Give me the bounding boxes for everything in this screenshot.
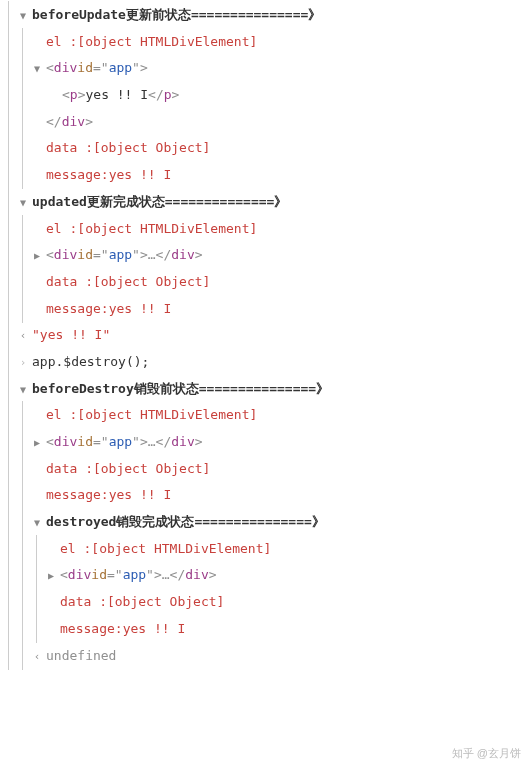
html-tag: div (54, 430, 77, 455)
log-title-suffix: ==============》 (165, 190, 288, 215)
log-key: message: (60, 617, 123, 642)
chevron-down-icon[interactable]: ▼ (16, 193, 30, 212)
log-title-cn: 更新完成状态 (87, 190, 165, 215)
log-value: [object Object] (93, 457, 210, 482)
html-punct: < (46, 243, 54, 268)
log-key: el : (46, 217, 77, 242)
html-tag: div (185, 563, 208, 588)
log-key: message: (46, 163, 109, 188)
html-attr-name: id (91, 563, 107, 588)
chevron-down-icon[interactable]: ▼ (16, 380, 30, 399)
html-tag: div (54, 243, 77, 268)
log-key: message: (46, 297, 109, 322)
html-punct: " (132, 56, 140, 81)
html-punct: = (93, 56, 101, 81)
html-punct: > (172, 83, 180, 108)
log-key: el : (46, 30, 77, 55)
html-attr-name: id (77, 430, 93, 455)
html-punct: </ (156, 430, 172, 455)
dom-element-row[interactable]: ▼ <div id="app"> (2, 55, 529, 82)
html-tag: div (62, 110, 85, 135)
log-group-header-updated[interactable]: ▼ updated 更新完成状态 ==============》 (2, 189, 529, 216)
html-punct: > (154, 563, 162, 588)
chevron-right-icon[interactable]: ▶ (44, 566, 58, 585)
console-input-line[interactable]: › app.$destroy(); (2, 349, 529, 376)
log-title-cn: 销毁完成状态 (116, 510, 194, 535)
html-punct: > (140, 243, 148, 268)
html-punct: " (101, 243, 109, 268)
html-punct: = (93, 430, 101, 455)
dom-element-row[interactable]: ▶ <div id="app">…</div> (2, 562, 529, 589)
log-group-header-beforedestroy[interactable]: ▼ beforeDestroy 销毁前状态 ===============》 (2, 376, 529, 403)
html-attr-val: app (109, 243, 132, 268)
log-value: [object Object] (93, 136, 210, 161)
dom-element-row[interactable]: ▶ <div id="app">…</div> (2, 242, 529, 269)
chevron-right-icon[interactable]: ▶ (30, 246, 44, 265)
html-punct: < (46, 56, 54, 81)
log-group-header-destroyed[interactable]: ▼ destroyed 销毁完成状态 ===============》 (2, 509, 529, 536)
html-attr-name: id (77, 243, 93, 268)
html-punct: " (101, 56, 109, 81)
log-line: data : [object Object] (2, 269, 529, 296)
html-punct: < (60, 563, 68, 588)
return-value: "yes !! I" (32, 323, 110, 348)
html-punct: = (107, 563, 115, 588)
dom-element-row[interactable]: ▶ <div id="app">…</div> (2, 429, 529, 456)
input-code: app.$destroy(); (32, 350, 149, 375)
html-tag: div (68, 563, 91, 588)
html-punct: </ (156, 243, 172, 268)
ellipsis: … (148, 430, 156, 455)
html-attr-name: id (77, 56, 93, 81)
chevron-down-icon[interactable]: ▼ (30, 513, 44, 532)
console-return-line: ‹ undefined (2, 643, 529, 670)
log-value: [object Object] (93, 270, 210, 295)
html-punct: < (62, 83, 70, 108)
log-line: el : [object HTMLDivElement] (2, 29, 529, 56)
html-punct: " (101, 430, 109, 455)
log-line: el : [object HTMLDivElement] (2, 402, 529, 429)
return-value: undefined (46, 644, 116, 669)
log-value: [object Object] (107, 590, 224, 615)
log-title-cn: 销毁前状态 (134, 377, 199, 402)
html-punct: </ (46, 110, 62, 135)
html-punct: > (85, 110, 93, 135)
log-value: [object HTMLDivElement] (91, 537, 271, 562)
html-attr-val: app (123, 563, 146, 588)
log-value: yes !! I (109, 163, 172, 188)
log-line: el : [object HTMLDivElement] (2, 216, 529, 243)
html-punct: > (78, 83, 86, 108)
log-value: yes !! I (123, 617, 186, 642)
log-key: el : (46, 403, 77, 428)
html-punct: > (209, 563, 217, 588)
dom-element-row[interactable]: <p>yes !! I</p> (2, 82, 529, 109)
chevron-right-icon[interactable]: ▶ (30, 433, 44, 452)
log-value: [object HTMLDivElement] (77, 30, 257, 55)
html-punct: </ (170, 563, 186, 588)
html-punct: = (93, 243, 101, 268)
log-key: data : (60, 590, 107, 615)
log-title: updated (32, 190, 87, 215)
console-output: ▼ beforeUpdate 更新前状态 ===============》 el… (0, 0, 529, 671)
log-title-suffix: ===============》 (199, 377, 329, 402)
chevron-down-icon[interactable]: ▼ (30, 59, 44, 78)
html-punct: " (115, 563, 123, 588)
log-key: data : (46, 457, 93, 482)
log-value: [object HTMLDivElement] (77, 403, 257, 428)
log-group-header-beforeupdate[interactable]: ▼ beforeUpdate 更新前状态 ===============》 (2, 2, 529, 29)
log-title: beforeDestroy (32, 377, 134, 402)
html-punct: " (132, 430, 140, 455)
output-arrow-icon: ‹ (16, 326, 30, 347)
log-line: data : [object Object] (2, 589, 529, 616)
ellipsis: … (148, 243, 156, 268)
log-value: yes !! I (109, 297, 172, 322)
html-text: yes !! I (85, 83, 148, 108)
chevron-down-icon[interactable]: ▼ (16, 6, 30, 25)
html-punct: </ (148, 83, 164, 108)
html-punct: > (140, 430, 148, 455)
log-title-cn: 更新前状态 (126, 3, 191, 28)
log-value: [object HTMLDivElement] (77, 217, 257, 242)
dom-element-row[interactable]: </div> (2, 109, 529, 136)
html-tag: p (70, 83, 78, 108)
log-line: data : [object Object] (2, 135, 529, 162)
html-punct: " (146, 563, 154, 588)
